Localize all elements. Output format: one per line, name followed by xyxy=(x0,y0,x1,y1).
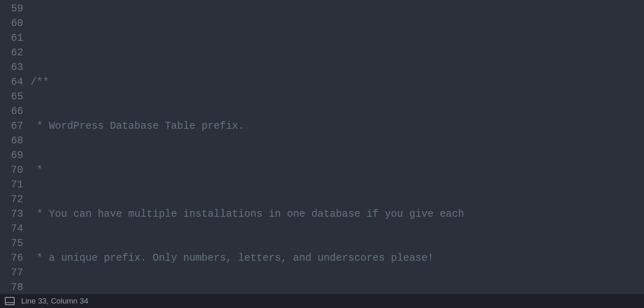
line-number: 62 xyxy=(0,46,23,60)
line-number: 63 xyxy=(0,60,23,75)
comment-text: /** xyxy=(31,76,49,88)
code-content[interactable]: /** * WordPress Database Table prefix. *… xyxy=(31,2,644,294)
comment-text: * xyxy=(31,164,43,176)
line-number: 77 xyxy=(0,266,23,280)
line-number: 61 xyxy=(0,31,23,46)
comment-text: * WordPress Database Table prefix. xyxy=(31,120,244,132)
panel-icon[interactable] xyxy=(5,297,15,305)
line-number: 69 xyxy=(0,148,23,163)
code-line[interactable]: * a unique prefix. Only numbers, letters… xyxy=(31,251,644,266)
line-number: 59 xyxy=(0,2,23,16)
code-line[interactable]: * xyxy=(31,163,644,178)
code-line[interactable] xyxy=(31,31,644,46)
line-number: 68 xyxy=(0,134,23,148)
line-number: 67 xyxy=(0,119,23,134)
code-line[interactable]: * You can have multiple installations in… xyxy=(31,207,644,222)
line-number: 76 xyxy=(0,251,23,266)
comment-text: * a unique prefix. Only numbers, letters… xyxy=(31,252,434,264)
code-line[interactable]: /** xyxy=(31,75,644,90)
status-bar[interactable]: Line 33, Column 34 xyxy=(0,294,644,308)
line-number: 71 xyxy=(0,178,23,192)
comment-text: * You can have multiple installations in… xyxy=(31,208,464,220)
line-number: 70 xyxy=(0,163,23,178)
line-number: 72 xyxy=(0,192,23,207)
line-number: 75 xyxy=(0,236,23,251)
code-editor: 59 60 61 62 63 64 65 66 67 68 69 70 71 7… xyxy=(0,0,644,308)
line-number: 60 xyxy=(0,16,23,31)
line-number-gutter: 59 60 61 62 63 64 65 66 67 68 69 70 71 7… xyxy=(0,2,31,294)
line-number: 74 xyxy=(0,222,23,236)
line-number: 64 xyxy=(0,75,23,90)
cursor-position[interactable]: Line 33, Column 34 xyxy=(21,297,88,306)
line-number: 78 xyxy=(0,280,23,294)
line-number: 65 xyxy=(0,90,23,104)
line-number: 73 xyxy=(0,207,23,222)
code-area[interactable]: 59 60 61 62 63 64 65 66 67 68 69 70 71 7… xyxy=(0,0,644,294)
line-number: 66 xyxy=(0,104,23,119)
code-line[interactable]: * WordPress Database Table prefix. xyxy=(31,119,644,134)
